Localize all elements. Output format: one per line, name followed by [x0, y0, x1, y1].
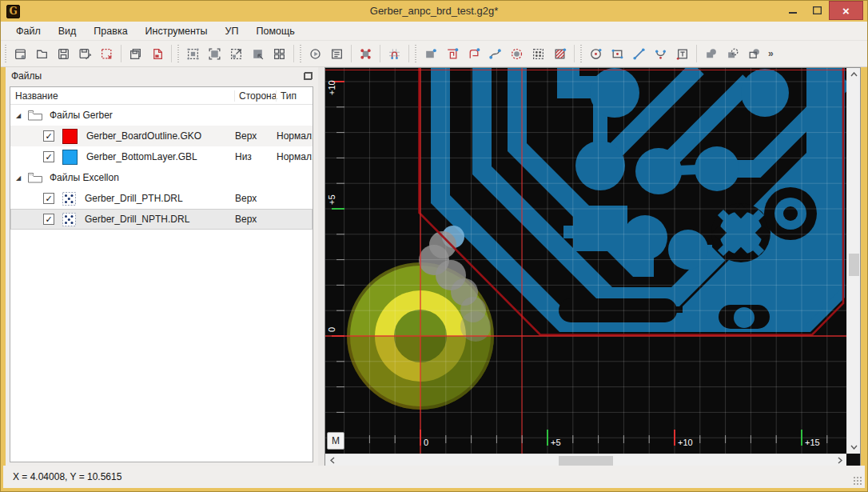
- draw-rectangle-button[interactable]: [607, 43, 628, 65]
- save-file-icon: [57, 47, 70, 61]
- polygon-region-button[interactable]: [441, 43, 463, 65]
- toolbar-grip[interactable]: [579, 45, 583, 62]
- edit-vertices-button[interactable]: [355, 43, 376, 65]
- expander-icon[interactable]: ◢: [16, 174, 24, 182]
- save-file-button[interactable]: [53, 43, 74, 65]
- scroll-right-button[interactable]: [833, 454, 846, 466]
- menu-cam[interactable]: УП: [217, 23, 248, 39]
- new-file-button[interactable]: [10, 43, 31, 65]
- file-row-boardoutline[interactable]: ✓ Gerber_BoardOutline.GKO Верх Нормал...: [10, 126, 313, 146]
- draw-text-icon: [675, 47, 689, 61]
- boolean-union-icon: [704, 47, 718, 61]
- maximize-button[interactable]: [805, 1, 829, 20]
- close-file-button[interactable]: [96, 43, 117, 65]
- file-tree: Название Сторона Тип ◢ Файлы Gerber ✓ Ge…: [10, 86, 313, 462]
- vertical-scroll-thumb[interactable]: [849, 254, 859, 276]
- x-ruler-label-0: 0: [424, 438, 428, 447]
- menu-view[interactable]: Вид: [50, 23, 86, 39]
- draw-text-button[interactable]: [671, 43, 693, 65]
- file-name: Gerber_BottomLayer.GBL: [86, 151, 197, 162]
- zoom-selection-button[interactable]: [182, 43, 204, 65]
- visibility-checkbox[interactable]: ✓: [43, 151, 54, 162]
- run-settings-button[interactable]: [305, 43, 326, 65]
- cursor-coordinates: X = 4.04008, Y = 10.5615: [13, 471, 121, 482]
- save-all-button[interactable]: [125, 43, 146, 65]
- y-ruler-label-10: +10: [327, 80, 336, 95]
- visibility-checkbox[interactable]: ✓: [43, 130, 54, 142]
- draw-arc-button[interactable]: [650, 43, 671, 65]
- export-file-button[interactable]: [146, 43, 168, 65]
- snap-magnet-button[interactable]: [384, 43, 405, 65]
- close-button[interactable]: ×: [829, 1, 863, 20]
- canvas-area: 0 +5 +10 +15 +10 +5 0 M: [325, 67, 861, 466]
- menu-help[interactable]: Помощь: [247, 23, 303, 39]
- zoom-in-selection-button[interactable]: [247, 43, 269, 65]
- file-row-bottomlayer[interactable]: ✓ Gerber_BottomLayer.GBL Низ Нормал...: [10, 146, 313, 167]
- tree-column-headers[interactable]: Название Сторона Тип: [10, 87, 313, 105]
- main-area: Файлы Название Сторона Тип ◢ Файлы Gerbe…: [1, 67, 867, 466]
- save-file-as-button[interactable]: [74, 43, 96, 65]
- zoom-extents-button[interactable]: [204, 43, 225, 65]
- boolean-subtract-button[interactable]: [722, 43, 743, 65]
- float-panel-icon[interactable]: [304, 72, 313, 80]
- boolean-union-button[interactable]: [700, 43, 722, 65]
- panel-splitter[interactable]: [318, 67, 325, 466]
- tree-group-gerber[interactable]: ◢ Файлы Gerber: [10, 105, 313, 126]
- draw-line-button[interactable]: [628, 43, 650, 65]
- drill-file-icon: [62, 213, 76, 226]
- draw-circle-button[interactable]: [585, 43, 607, 65]
- column-name[interactable]: Название: [10, 90, 234, 102]
- scroll-down-button[interactable]: [847, 441, 861, 454]
- properties-list-button[interactable]: [326, 43, 348, 65]
- toolbar-grip[interactable]: [177, 45, 181, 62]
- menu-tools[interactable]: Инструменты: [137, 23, 217, 39]
- draw-arc-icon: [654, 47, 667, 61]
- flash-aperture-icon: [510, 47, 524, 61]
- file-row-drill-pth[interactable]: ✓ Gerber_Drill_PTH.DRL Верх: [10, 188, 313, 209]
- visibility-checkbox[interactable]: ✓: [43, 193, 54, 204]
- hatch-region-button[interactable]: [549, 43, 571, 65]
- scroll-left-button[interactable]: [325, 454, 339, 466]
- file-side: Верх: [235, 193, 257, 204]
- column-type[interactable]: Тип: [276, 90, 313, 102]
- scroll-up-button[interactable]: [847, 68, 861, 81]
- horizontal-scroll-thumb[interactable]: [559, 456, 613, 466]
- toolbar: »: [1, 41, 867, 67]
- tile-windows-button[interactable]: [269, 43, 290, 65]
- visibility-checkbox[interactable]: ✓: [43, 214, 54, 225]
- drill-pattern-button[interactable]: [528, 43, 549, 65]
- aperture-pad-button[interactable]: [420, 43, 441, 65]
- pcb-canvas[interactable]: 0 +5 +10 +15 +10 +5 0 M: [325, 68, 846, 454]
- layer-color-swatch[interactable]: [62, 129, 78, 144]
- minimize-button[interactable]: [781, 1, 805, 20]
- toolbar-grip[interactable]: [299, 45, 303, 62]
- resize-grip-icon[interactable]: [853, 476, 862, 486]
- toolbar-grip[interactable]: [414, 45, 418, 62]
- toolbar-overflow-button[interactable]: »: [765, 48, 777, 59]
- file-side: Низ: [235, 151, 252, 162]
- flash-aperture-button[interactable]: [506, 43, 528, 65]
- boolean-intersect-button[interactable]: [743, 43, 765, 65]
- polygon-rounded-button[interactable]: [463, 43, 484, 65]
- toolbar-separator: [380, 45, 380, 62]
- menu-edit[interactable]: Правка: [85, 23, 136, 39]
- layer-color-swatch[interactable]: [62, 150, 78, 165]
- toolbar-grip[interactable]: [4, 45, 8, 62]
- draw-path-button[interactable]: [484, 43, 506, 65]
- zoom-out-selection-button[interactable]: [225, 43, 247, 65]
- expander-icon[interactable]: ◢: [16, 112, 24, 119]
- menu-file[interactable]: Файл: [7, 23, 50, 39]
- snap-magnet-icon: [388, 47, 401, 61]
- horizontal-scrollbar[interactable]: [325, 454, 846, 466]
- units-toggle-button[interactable]: M: [327, 432, 344, 450]
- open-file-button[interactable]: [31, 43, 53, 65]
- zoom-out-selection-icon: [229, 47, 243, 61]
- files-panel-header[interactable]: Файлы: [6, 67, 318, 85]
- vertical-scrollbar[interactable]: [846, 68, 860, 454]
- file-row-drill-npth[interactable]: ✓ Gerber_Drill_NPTH.DRL Верх: [10, 209, 313, 230]
- draw-line-icon: [632, 47, 646, 61]
- draw-rectangle-icon: [611, 47, 624, 61]
- column-side[interactable]: Сторона: [234, 90, 276, 102]
- tree-group-excellon[interactable]: ◢ Файлы Excellon: [10, 167, 313, 188]
- title-bar[interactable]: G Gerber_anpc_brd_test.g2g* ×: [1, 1, 867, 22]
